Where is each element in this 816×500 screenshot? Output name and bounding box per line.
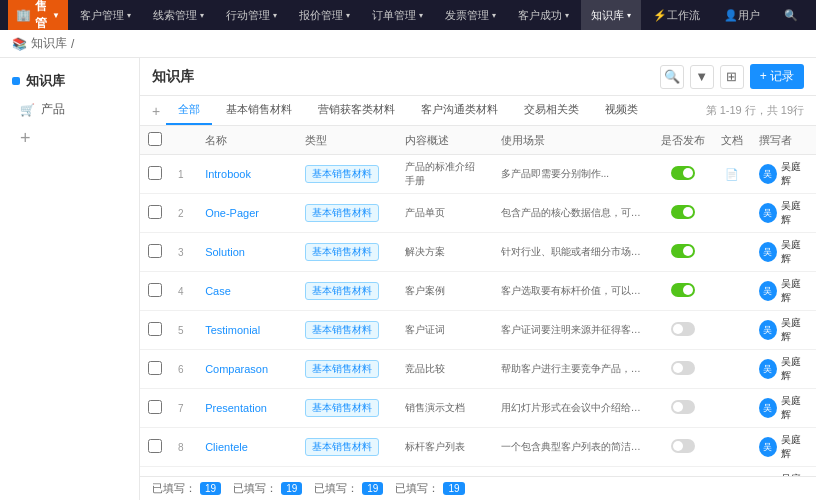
content-header-right: 🔍 ▼ ⊞ + 记录 — [660, 64, 804, 89]
row-select-checkbox[interactable] — [148, 361, 162, 375]
row-author: 吴 吴庭辉 — [751, 389, 816, 428]
nav-knowledge[interactable]: 知识库▾ — [581, 0, 641, 30]
row-published[interactable] — [653, 272, 713, 311]
nav-workflow[interactable]: ⚡工作流 — [643, 0, 710, 30]
row-num: 2 — [170, 194, 197, 233]
row-published[interactable] — [653, 389, 713, 428]
layout-button[interactable]: ⊞ — [720, 65, 744, 89]
row-num: 7 — [170, 389, 197, 428]
row-doc — [713, 467, 751, 477]
product-icon: 🛒 — [20, 103, 35, 117]
row-checkbox[interactable] — [140, 350, 170, 389]
row-checkbox[interactable] — [140, 155, 170, 194]
nav-customer[interactable]: 客户管理▾ — [70, 0, 141, 30]
search-button[interactable]: 🔍 — [660, 65, 684, 89]
row-select-checkbox[interactable] — [148, 283, 162, 297]
row-name[interactable]: Solution — [197, 233, 297, 272]
row-select-checkbox[interactable] — [148, 244, 162, 258]
footer-filled-count: 19 — [200, 482, 221, 495]
row-published[interactable] — [653, 467, 713, 477]
row-desc: 标杆客户列表 — [397, 428, 492, 467]
row-published[interactable] — [653, 233, 713, 272]
published-toggle[interactable] — [671, 400, 695, 414]
second-nav: 📚 知识库 / — [0, 30, 816, 58]
row-doc — [713, 233, 751, 272]
row-published[interactable] — [653, 428, 713, 467]
row-checkbox[interactable] — [140, 389, 170, 428]
nav-success[interactable]: 客户成功▾ — [508, 0, 579, 30]
main-layout: 知识库 🛒 产品 + 知识库 🔍 ▼ ⊞ + 记录 + 全部 基本销售材料 营销… — [0, 58, 816, 500]
tab-deal[interactable]: 交易相关类 — [512, 96, 591, 125]
published-toggle[interactable] — [671, 166, 695, 180]
row-published[interactable] — [653, 155, 713, 194]
tabs-add-icon[interactable]: + — [152, 103, 160, 119]
author-avatar: 吴 — [759, 203, 777, 223]
footer-filled: 已填写： 19 — [152, 481, 221, 496]
tabs-bar: + 全部 基本销售材料 营销获客类材料 客户沟通类材料 交易相关类 视频类 第 … — [140, 96, 816, 126]
published-toggle[interactable] — [671, 244, 695, 258]
brand: 🏢 销售管理 ▼ — [8, 0, 68, 30]
row-name[interactable]: Clientele — [197, 428, 297, 467]
row-select-checkbox[interactable] — [148, 439, 162, 453]
row-select-checkbox[interactable] — [148, 166, 162, 180]
row-type: 基本销售材料 — [297, 389, 397, 428]
row-author: 吴 吴庭辉 — [751, 233, 816, 272]
row-usage: 行业和客户市场的研究性材料，通常篇幅较长对... — [493, 467, 653, 477]
nav-leads[interactable]: 线索管理▾ — [143, 0, 214, 30]
row-type: 基本销售材料 — [297, 428, 397, 467]
row-checkbox[interactable] — [140, 233, 170, 272]
row-checkbox[interactable] — [140, 467, 170, 477]
tab-marketing[interactable]: 营销获客类材料 — [306, 96, 407, 125]
row-name[interactable]: Case — [197, 272, 297, 311]
row-name[interactable]: Comparason — [197, 350, 297, 389]
th-type: 类型 — [297, 126, 397, 155]
row-checkbox[interactable] — [140, 311, 170, 350]
row-name[interactable]: Introbook — [197, 155, 297, 194]
nav-user[interactable]: 👤用户 — [714, 0, 770, 30]
th-published: 是否发布 — [653, 126, 713, 155]
row-name[interactable]: Presentation — [197, 389, 297, 428]
published-toggle[interactable] — [671, 322, 695, 336]
row-name[interactable]: Testimonial — [197, 311, 297, 350]
row-doc — [713, 311, 751, 350]
row-type: 基本销售材料 — [297, 155, 397, 194]
row-published[interactable] — [653, 311, 713, 350]
row-checkbox[interactable] — [140, 272, 170, 311]
nav-invoice[interactable]: 发票管理▾ — [435, 0, 506, 30]
th-name: 名称 — [197, 126, 297, 155]
author-avatar: 吴 — [759, 242, 777, 262]
row-select-checkbox[interactable] — [148, 322, 162, 336]
published-toggle[interactable] — [671, 439, 695, 453]
row-published[interactable] — [653, 350, 713, 389]
sidebar-item-product[interactable]: 🛒 产品 — [0, 96, 139, 123]
row-name[interactable]: One-Pager — [197, 194, 297, 233]
row-name[interactable]: Whitepaper — [197, 467, 297, 477]
tab-all[interactable]: 全部 — [166, 96, 212, 125]
nav-search[interactable]: 🔍 — [774, 0, 808, 30]
row-num: 4 — [170, 272, 197, 311]
row-usage: 针对行业、职能或者细分市场介绍产品是如何解... — [493, 233, 653, 272]
nav-quote[interactable]: 报价管理▾ — [289, 0, 360, 30]
row-usage: 客户证词要注明来源并征得客户的同一...文案... — [493, 311, 653, 350]
doc-icon[interactable]: 📄 — [725, 168, 739, 180]
tab-basic-sales[interactable]: 基本销售材料 — [214, 96, 304, 125]
nav-action[interactable]: 行动管理▾ — [216, 0, 287, 30]
table-row: 7 Presentation 基本销售材料 销售演示文档 用幻灯片形式在会议中介… — [140, 389, 816, 428]
published-toggle[interactable] — [671, 361, 695, 375]
filter-button[interactable]: ▼ — [690, 65, 714, 89]
table-row: 2 One-Pager 基本销售材料 产品单页 包含产品的核心数据信息，可以可以… — [140, 194, 816, 233]
nav-order[interactable]: 订单管理▾ — [362, 0, 433, 30]
select-all-checkbox[interactable] — [148, 132, 162, 146]
footer-written-count: 19 — [281, 482, 302, 495]
row-published[interactable] — [653, 194, 713, 233]
tab-video[interactable]: 视频类 — [593, 96, 650, 125]
row-checkbox[interactable] — [140, 194, 170, 233]
published-toggle[interactable] — [671, 283, 695, 297]
row-checkbox[interactable] — [140, 428, 170, 467]
tab-communication[interactable]: 客户沟通类材料 — [409, 96, 510, 125]
published-toggle[interactable] — [671, 205, 695, 219]
sidebar-add-button[interactable]: + — [0, 123, 139, 154]
row-select-checkbox[interactable] — [148, 400, 162, 414]
add-record-button[interactable]: + 记录 — [750, 64, 804, 89]
row-select-checkbox[interactable] — [148, 205, 162, 219]
